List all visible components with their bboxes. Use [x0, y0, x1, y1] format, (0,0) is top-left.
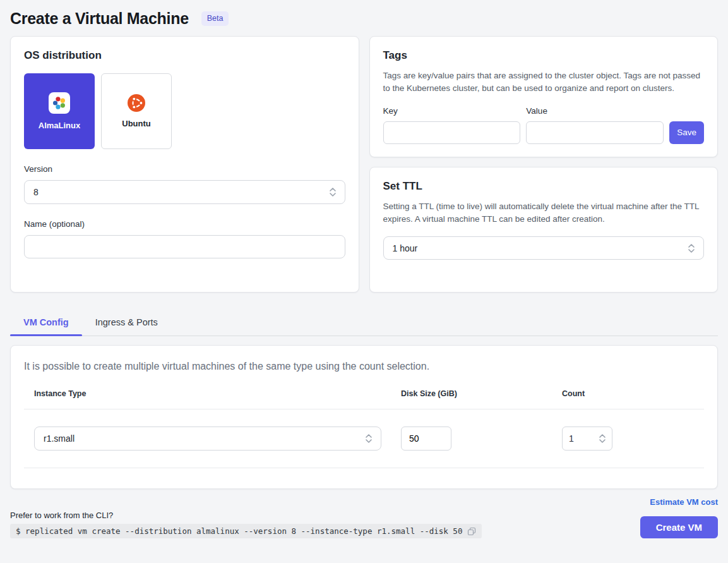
disk-size-cell: [401, 409, 562, 468]
tag-key-label: Key: [383, 106, 521, 116]
almalinux-logo-icon: [49, 92, 70, 114]
tags-description: Tags are key/value pairs that are assign…: [383, 70, 705, 95]
ttl-description: Setting a TTL (time to live) will automa…: [383, 200, 705, 226]
chevron-updown-icon: [599, 433, 606, 444]
ttl-select-value: 1 hour: [393, 243, 418, 253]
os-tile-ubuntu[interactable]: Ubuntu: [101, 73, 172, 149]
tags-card: Tags Tags are key/value pairs that are a…: [369, 36, 719, 157]
column-header-count: Count: [562, 389, 704, 409]
tag-key-field: Key: [383, 106, 521, 144]
version-label: Version: [24, 164, 345, 174]
instance-type-cell: r1.small: [24, 409, 401, 468]
os-tile-almalinux[interactable]: AlmaLinux: [24, 73, 95, 149]
chevron-updown-icon: [688, 243, 695, 253]
tab-vm-config[interactable]: VM Config: [10, 310, 82, 336]
ttl-card: Set TTL Setting a TTL (time to live) wil…: [369, 167, 719, 293]
os-distribution-card: OS distribution AlmaLinux: [10, 36, 359, 293]
cli-command-block: $ replicated vm create --distribution al…: [10, 524, 482, 538]
create-vm-button[interactable]: Create VM: [640, 516, 718, 538]
os-tile-label: AlmaLinux: [39, 121, 80, 130]
ttl-select[interactable]: 1 hour: [383, 236, 705, 260]
config-tabs: VM Config Ingress & Ports: [10, 310, 718, 336]
cli-prompt-text: Prefer to work from the CLI?: [10, 511, 482, 520]
ubuntu-logo-icon: [128, 94, 145, 112]
footer-actions: Estimate VM cost Create VM: [640, 497, 718, 538]
page-title: Create a Virtual Machine: [10, 9, 189, 28]
tab-ingress-ports[interactable]: Ingress & Ports: [82, 310, 171, 336]
tag-value-field: Value: [526, 106, 664, 144]
chevron-updown-icon: [366, 433, 372, 444]
cli-section: Prefer to work from the CLI? $ replicate…: [10, 511, 482, 538]
tags-card-title: Tags: [383, 49, 705, 62]
right-column: Tags Tags are key/value pairs that are a…: [369, 36, 719, 293]
page-footer: Prefer to work from the CLI? $ replicate…: [10, 497, 718, 538]
ttl-card-title: Set TTL: [383, 180, 705, 193]
os-card-title: OS distribution: [24, 49, 345, 62]
os-tiles: AlmaLinux: [24, 73, 345, 149]
version-select-value: 8: [33, 187, 39, 197]
estimate-vm-cost-link[interactable]: Estimate VM cost: [650, 497, 718, 507]
os-tile-label: Ubuntu: [122, 119, 150, 128]
tag-value-input[interactable]: [526, 121, 664, 144]
count-stepper[interactable]: 1: [562, 427, 612, 451]
vm-config-card: It is possible to create multiple virtua…: [10, 345, 718, 489]
page-header: Create a Virtual Machine Beta: [10, 0, 718, 36]
count-value: 1: [569, 433, 574, 444]
tag-key-input[interactable]: [383, 121, 521, 144]
chevron-updown-icon: [330, 187, 336, 197]
instance-table: Instance Type Disk Size (GiB) Count r1.s…: [24, 389, 704, 468]
vm-name-label: Name (optional): [24, 219, 345, 229]
table-row-divider: [24, 468, 704, 468]
save-tag-button[interactable]: Save: [669, 121, 704, 144]
top-cards: OS distribution AlmaLinux: [10, 36, 718, 293]
copy-icon[interactable]: [467, 527, 476, 536]
column-header-disk-size: Disk Size (GiB): [401, 389, 562, 409]
column-header-instance-type: Instance Type: [24, 389, 401, 409]
cli-command-text: $ replicated vm create --distribution al…: [16, 526, 462, 536]
count-cell: 1: [562, 409, 704, 468]
vm-config-hint: It is possible to create multiple virtua…: [24, 361, 704, 372]
tag-value-label: Value: [526, 106, 664, 116]
vm-name-input[interactable]: [24, 235, 345, 258]
instance-type-select[interactable]: r1.small: [34, 427, 381, 451]
tag-key-value-row: Key Value Save: [383, 106, 705, 144]
create-vm-page: Create a Virtual Machine Beta OS distrib…: [0, 0, 728, 538]
disk-size-input[interactable]: [401, 427, 451, 451]
beta-badge: Beta: [201, 11, 229, 26]
version-select[interactable]: 8: [24, 180, 345, 204]
instance-type-value: r1.small: [44, 433, 75, 444]
